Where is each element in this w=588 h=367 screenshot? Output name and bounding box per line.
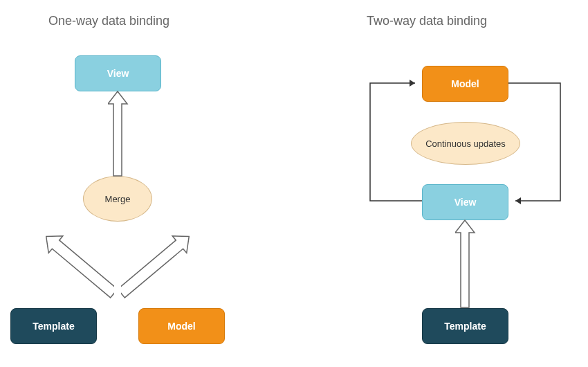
right-view-label: View xyxy=(454,197,477,208)
right-view-box: View xyxy=(422,184,508,220)
arrow-template-to-merge xyxy=(45,218,114,312)
arrow-template-to-view xyxy=(455,219,476,309)
left-model-box: Model xyxy=(138,308,225,344)
right-template-box: Template xyxy=(422,308,508,344)
diagram-root: One-way data binding View Merge Template… xyxy=(0,0,588,367)
right-title: Two-way data binding xyxy=(367,14,487,28)
left-view-label: View xyxy=(107,68,129,79)
right-updates-label: Continuous updates xyxy=(425,138,506,149)
left-template-label: Template xyxy=(33,321,74,332)
arrow-merge-to-view xyxy=(108,90,129,177)
left-template-box: Template xyxy=(10,308,97,344)
left-merge-label: Merge xyxy=(105,194,131,204)
left-view-box: View xyxy=(75,55,161,91)
left-merge-ellipse: Merge xyxy=(83,176,152,222)
right-model-label: Model xyxy=(451,78,479,89)
arrow-model-to-merge xyxy=(121,218,190,312)
left-model-label: Model xyxy=(167,321,195,332)
left-title: One-way data binding xyxy=(48,14,169,28)
right-model-box: Model xyxy=(422,66,508,102)
right-template-label: Template xyxy=(444,321,486,332)
right-updates-ellipse: Continuous updates xyxy=(411,122,520,165)
